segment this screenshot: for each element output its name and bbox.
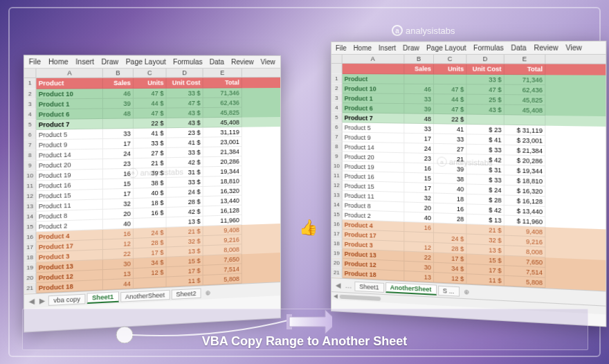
row-number[interactable]: 19 (24, 263, 36, 274)
cell[interactable]: 5,808 (203, 274, 242, 286)
row-number[interactable]: 3 (331, 93, 343, 103)
cell[interactable]: 42 $ (167, 157, 203, 167)
cell[interactable]: $ 20,286 (505, 155, 546, 166)
row-number[interactable]: 7 (331, 132, 343, 142)
col-header[interactable]: B (103, 69, 134, 78)
cell[interactable]: 23,001 (203, 137, 242, 147)
cell[interactable]: 21 (434, 154, 466, 164)
cell[interactable]: $ 18,810 (505, 175, 546, 186)
cell[interactable]: 40 (404, 212, 434, 224)
cell[interactable]: 20,286 (203, 156, 242, 167)
ribbon-tab[interactable]: Data (210, 58, 224, 66)
ribbon-tab[interactable]: File (336, 44, 347, 52)
cell[interactable]: 17 (404, 134, 434, 144)
col-header[interactable]: A (36, 69, 102, 78)
row-number[interactable]: 7 (24, 140, 36, 151)
cell[interactable]: 45,825 (505, 95, 546, 105)
cell[interactable]: 11 $ (466, 274, 504, 286)
ribbon-tab[interactable]: View (565, 44, 581, 52)
cell[interactable]: 45,408 (505, 105, 546, 116)
cell[interactable]: 62,436 (203, 98, 242, 108)
cell[interactable]: Product (343, 74, 405, 84)
cell[interactable]: 18 (434, 193, 466, 204)
cell[interactable]: 17 (103, 189, 134, 200)
col-header[interactable]: D (167, 69, 203, 77)
cell[interactable]: 33 $ (466, 75, 504, 85)
cell[interactable]: $ 24 (466, 184, 504, 195)
cell[interactable]: 44 (103, 279, 134, 291)
cell[interactable] (505, 115, 546, 125)
ribbon-tab[interactable]: File (29, 57, 42, 66)
cell[interactable]: 23 (404, 153, 434, 163)
row-number[interactable]: 20 (331, 258, 343, 269)
cell[interactable]: Product 6 (343, 103, 405, 113)
row-number[interactable]: 5 (331, 113, 343, 122)
add-sheet-icon[interactable]: ⊕ (203, 289, 214, 296)
row-number[interactable]: 17 (331, 229, 343, 239)
col-header[interactable]: B (404, 55, 434, 63)
row-number[interactable]: 11 (331, 171, 343, 181)
row-number[interactable]: 2 (24, 89, 36, 100)
cell[interactable]: 45,408 (203, 118, 242, 128)
cell[interactable]: 39 $ (134, 168, 167, 179)
sheet-tab[interactable]: Sheet1 (354, 281, 383, 292)
cell[interactable]: 33 $ (167, 177, 203, 188)
ribbon-tab[interactable]: Draw (102, 58, 119, 66)
cell[interactable]: 46 (404, 84, 434, 95)
cell[interactable]: 25 $ (466, 95, 504, 105)
cell[interactable] (134, 277, 167, 289)
cell[interactable]: 16 (103, 169, 134, 180)
cell[interactable]: 39 (103, 99, 134, 109)
cell[interactable]: 13 (404, 271, 434, 282)
row-number[interactable]: 10 (24, 171, 36, 181)
cell[interactable]: 20 (103, 209, 134, 220)
cell[interactable]: 12 $ (434, 273, 466, 284)
col-header[interactable]: E (203, 69, 242, 77)
cell[interactable]: 43 $ (167, 118, 203, 128)
cell[interactable]: 40 (434, 183, 466, 194)
cell[interactable]: 24 (404, 143, 434, 154)
cell[interactable]: 46 (103, 89, 134, 99)
ribbon-tab[interactable]: Draw (403, 44, 419, 52)
sheet-tab[interactable]: Sheet1 (87, 291, 119, 304)
ribbon-tab[interactable]: Review (534, 44, 558, 52)
cell[interactable]: 43 $ (167, 108, 203, 118)
col-header[interactable]: C (434, 55, 466, 63)
cell[interactable]: Product 10 (343, 84, 405, 94)
cell[interactable]: 33 $ (134, 138, 167, 149)
sheet-tab[interactable]: AnotherSheet (385, 282, 437, 295)
cell[interactable]: Product 7 (36, 119, 102, 130)
cell[interactable]: 71,346 (505, 75, 546, 85)
row-number[interactable]: 1 (331, 74, 343, 84)
cell[interactable]: 41 $ (167, 138, 203, 148)
cell[interactable]: 24 (103, 149, 134, 159)
cell[interactable]: 45,825 (203, 108, 242, 118)
cell[interactable] (103, 118, 134, 129)
tab-nav-ellipsis-icon[interactable]: … (344, 282, 354, 290)
cell[interactable]: Product 5 (343, 122, 405, 134)
ribbon-tab[interactable]: Page Layout (426, 44, 466, 52)
col-header[interactable]: E (505, 55, 546, 64)
cell[interactable]: 43 $ (466, 104, 504, 115)
row-number[interactable]: 15 (24, 222, 36, 233)
cell[interactable]: 38 $ (134, 178, 167, 189)
cell[interactable]: 16 (103, 228, 134, 239)
cell[interactable]: Product 6 (36, 109, 102, 120)
sheet-tab[interactable]: S ... (438, 285, 460, 296)
cell[interactable]: $ 33 (466, 174, 504, 185)
cell[interactable]: 11 $ (167, 275, 203, 287)
row-number[interactable]: 3 (24, 100, 36, 110)
row-number[interactable]: 14 (24, 212, 36, 222)
row-number[interactable]: 9 (331, 152, 343, 161)
cell[interactable]: 38 (434, 174, 466, 185)
cell[interactable]: 5,808 (505, 276, 546, 288)
cell[interactable]: 18 $ (134, 198, 167, 209)
cell[interactable]: 47 $ (434, 84, 466, 95)
cell[interactable]: $ 31,119 (505, 125, 546, 136)
cell[interactable]: Product 5 (36, 129, 102, 140)
ribbon-tab[interactable]: Data (511, 44, 526, 51)
cell[interactable]: 33 (404, 94, 434, 104)
cell[interactable]: Product 10 (36, 89, 102, 99)
cell[interactable]: 17 (404, 183, 434, 193)
cell[interactable]: 33 $ (167, 89, 203, 99)
